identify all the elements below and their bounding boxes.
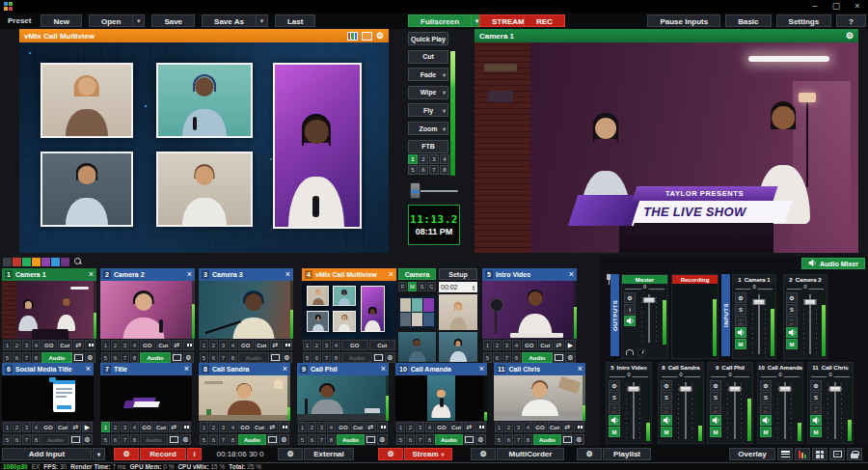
input-preview[interactable]	[100, 281, 195, 339]
stinger-4-button[interactable]: 4	[440, 154, 449, 164]
preview-video[interactable]	[19, 42, 389, 253]
loop-swap-icon[interactable]: ⇄	[464, 422, 475, 432]
category-tab-blue[interactable]	[51, 258, 60, 266]
input-title-bar[interactable]: 6Social Media Title×	[2, 363, 94, 375]
overlay-4-button[interactable]: 4	[425, 422, 434, 432]
call-mode-m-button[interactable]: M	[408, 282, 417, 291]
channel-speaker-icon[interactable]	[810, 415, 822, 426]
overlay-1-button[interactable]: 1	[3, 422, 12, 432]
transition-wipe-button[interactable]: Wipe▾	[408, 86, 448, 99]
channel-gear-icon[interactable]: ⚙	[624, 292, 636, 303]
channel-fader[interactable]	[772, 380, 798, 441]
overlay-4-button[interactable]: 4	[332, 340, 340, 350]
grid-view-icon[interactable]	[812, 448, 827, 460]
dropdown-arrow-icon[interactable]: ▾	[133, 14, 145, 27]
minimize-button[interactable]: –	[804, 0, 826, 13]
input-gear-icon[interactable]: ⚙	[279, 434, 289, 445]
fader-handle[interactable]	[778, 386, 791, 392]
overlay-3-button[interactable]: 3	[322, 340, 331, 350]
channel-mute-button[interactable]: M	[609, 427, 620, 437]
channel-solo-button[interactable]: S	[810, 392, 822, 402]
call-setup-button[interactable]: Setup	[439, 268, 477, 280]
overlay-5-button[interactable]: 5	[298, 434, 307, 445]
go-button[interactable]: GO	[435, 422, 448, 432]
call-mode-s-button[interactable]: S	[418, 282, 426, 291]
stinger-7-button[interactable]: 7	[429, 165, 439, 175]
category-tab-orange[interactable]	[32, 258, 41, 266]
tbar-handle[interactable]	[410, 182, 420, 199]
input-preview[interactable]	[199, 375, 290, 421]
dropdown-arrow-icon[interactable]: ▾	[443, 107, 446, 114]
overlay-1-button[interactable]: 1	[3, 340, 12, 350]
audio-button[interactable]: Audio	[140, 352, 171, 363]
pause-icon[interactable]	[180, 422, 191, 432]
headphones-icon[interactable]	[626, 349, 634, 355]
channel-gear-icon[interactable]: ⚙	[810, 380, 822, 391]
audio-button[interactable]: Audio	[140, 434, 168, 445]
overlay-6-button[interactable]: 6	[504, 434, 513, 445]
overlay-5-button[interactable]: 5	[396, 434, 405, 445]
external-button[interactable]: External	[304, 448, 354, 460]
channel-bus-icon[interactable]	[810, 403, 822, 414]
overlay-5-button[interactable]: 5	[101, 434, 110, 445]
overlay-3-button[interactable]: 3	[502, 340, 511, 350]
audio-mixer-button[interactable]: Audio Mixer	[801, 258, 865, 269]
go-button[interactable]: GO	[238, 422, 252, 432]
overlay-2-button[interactable]: 2	[13, 340, 21, 350]
input-title-bar[interactable]: 3Camera 3×	[199, 268, 293, 281]
close-icon[interactable]: ×	[569, 270, 574, 279]
channel-mute-button[interactable]: M	[810, 427, 822, 437]
program-video[interactable]: THE LIVE SHOW TAYLOR PRESENTS	[475, 42, 858, 253]
maximize-button[interactable]: ▢	[826, 0, 847, 13]
overlay-8-button[interactable]: 8	[32, 434, 41, 445]
channel-fader[interactable]	[721, 380, 747, 441]
fullscreen-preview-icon[interactable]	[362, 32, 372, 41]
channel-mute-button[interactable]: M	[786, 339, 798, 349]
overlay-6-button[interactable]: 6	[312, 352, 321, 363]
channel-speaker-icon[interactable]	[786, 327, 798, 338]
cut-button[interactable]: Cut	[58, 340, 73, 350]
category-tab-all[interactable]	[3, 258, 12, 266]
monitor-view-icon[interactable]: ▪▪	[829, 448, 845, 460]
call-thumb-caller1[interactable]	[439, 294, 477, 330]
call-mode-c-button[interactable]: C	[427, 282, 436, 291]
overlay-5-button[interactable]: 5	[3, 352, 12, 363]
loop-swap-icon[interactable]: ⇄	[267, 422, 278, 432]
channel-bus-icon[interactable]	[735, 316, 746, 326]
cut-button[interactable]: Cut	[369, 340, 396, 350]
stinger-1-button[interactable]: 1	[408, 154, 418, 164]
overlay-7-button[interactable]: 7	[514, 434, 523, 445]
input-gear-icon[interactable]: ⚙	[282, 352, 292, 363]
monitor-icon[interactable]	[73, 352, 84, 363]
close-icon[interactable]: ×	[479, 365, 484, 373]
input-title-bar[interactable]: 9Call Phil×	[297, 363, 389, 375]
channel-bus-icon[interactable]	[661, 403, 672, 414]
overlay-2-button[interactable]: 2	[312, 340, 321, 350]
channel-gear-icon[interactable]: ⚙	[710, 380, 721, 391]
loop-swap-icon[interactable]: ⇄	[366, 422, 376, 432]
call-thumb-caller3[interactable]	[439, 332, 477, 362]
channel-fader[interactable]	[798, 292, 822, 356]
overlay-6-button[interactable]: 6	[111, 434, 120, 445]
overlay-5-button[interactable]: 5	[200, 434, 208, 445]
cut-button[interactable]: Cut	[56, 422, 69, 432]
multicorder-button[interactable]: MultiCorder	[497, 448, 564, 460]
toolbar---button[interactable]: ?	[836, 14, 866, 27]
channel-info-button[interactable]: i	[624, 304, 636, 315]
overlay-7-button[interactable]: 7	[22, 352, 31, 363]
input-preview[interactable]	[482, 281, 577, 339]
input-preview[interactable]	[100, 375, 192, 421]
overlay-4-button[interactable]: 4	[512, 340, 521, 350]
overlay-2-button[interactable]: 2	[308, 422, 316, 432]
colorbars-icon[interactable]	[347, 32, 358, 41]
close-icon[interactable]: ×	[389, 270, 393, 279]
input-gear-icon[interactable]: ⚙	[183, 352, 194, 363]
playlist-settings-gear-icon[interactable]: ⚙	[577, 448, 602, 460]
pause-icon[interactable]	[183, 340, 194, 350]
loop-swap-icon[interactable]: ⇄	[270, 340, 281, 350]
pause-icon[interactable]	[475, 422, 486, 432]
list-view-icon[interactable]	[777, 448, 793, 460]
category-tab-violet[interactable]	[61, 258, 69, 266]
overlay-2-button[interactable]: 2	[493, 340, 502, 350]
stinger-2-button[interactable]: 2	[419, 154, 428, 164]
